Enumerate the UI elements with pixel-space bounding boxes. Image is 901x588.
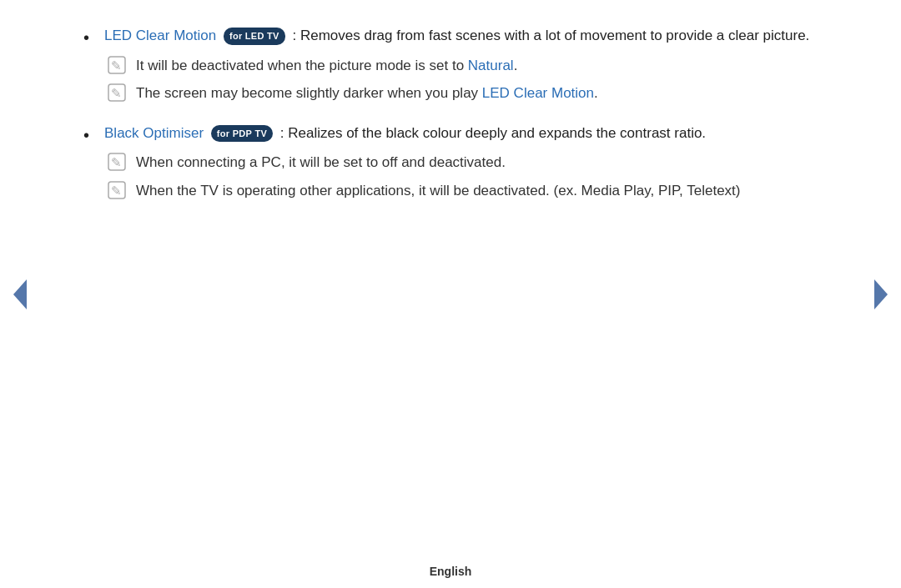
footer-language: English (0, 565, 901, 578)
list-item-black-optimiser: • Black Optimiser for PDP TV : Realizes … (83, 123, 818, 209)
svg-marker-1 (874, 279, 888, 309)
note-icon-3: ✎ (108, 153, 126, 171)
list-item: ✎ When connecting a PC, it will be set t… (104, 152, 818, 173)
note-icon-2: ✎ (108, 83, 126, 102)
svg-text:✎: ✎ (111, 86, 122, 100)
black-optimiser-term: Black Optimiser (104, 125, 204, 141)
bullet-dot: • (83, 26, 89, 49)
led-clear-motion-inline: LED Clear Motion (482, 85, 594, 101)
led-clear-motion-notes: ✎ It will be deactivated when the pictur… (104, 55, 818, 104)
list-item: ✎ It will be deactivated when the pictur… (104, 55, 818, 77)
natural-term: Natural (468, 58, 514, 73)
list-item-led-clear-motion: • LED Clear Motion for LED TV : Removes … (83, 25, 818, 111)
prev-page-arrow[interactable] (8, 274, 32, 315)
led-tv-badge: for LED TV (224, 28, 285, 45)
bullet-dot-2: • (83, 123, 89, 147)
feature-list: • LED Clear Motion for LED TV : Removes … (83, 25, 818, 208)
list-item: ✎ The screen may become slightly darker … (104, 83, 818, 104)
led-clear-motion-term: LED Clear Motion (104, 28, 216, 43)
next-page-arrow[interactable] (869, 274, 893, 315)
list-item: ✎ When the TV is operating other applica… (104, 180, 818, 202)
led-clear-motion-content: LED Clear Motion for LED TV : Removes dr… (104, 25, 818, 111)
svg-text:✎: ✎ (111, 155, 122, 169)
footer-label: English (430, 565, 472, 578)
note-icon-1: ✎ (108, 56, 126, 74)
note-text-2: The screen may become slightly darker wh… (136, 83, 598, 104)
note-text-1: It will be deactivated when the picture … (136, 55, 517, 77)
svg-text:✎: ✎ (111, 183, 122, 198)
note-icon-4: ✎ (108, 181, 126, 199)
note-text-3: When connecting a PC, it will be set to … (136, 152, 506, 173)
pdp-tv-badge: for PDP TV (211, 125, 273, 143)
svg-text:✎: ✎ (111, 58, 122, 73)
led-clear-motion-desc: : Removes drag from fast scenes with a l… (293, 28, 810, 43)
content-area: • LED Clear Motion for LED TV : Removes … (50, 0, 851, 555)
note-text-4: When the TV is operating other applicati… (136, 180, 740, 202)
black-optimiser-notes: ✎ When connecting a PC, it will be set t… (104, 152, 818, 201)
svg-marker-0 (13, 279, 27, 309)
black-optimiser-content: Black Optimiser for PDP TV : Realizes of… (104, 123, 818, 209)
black-optimiser-desc: : Realizes of the black colour deeply an… (280, 125, 706, 141)
